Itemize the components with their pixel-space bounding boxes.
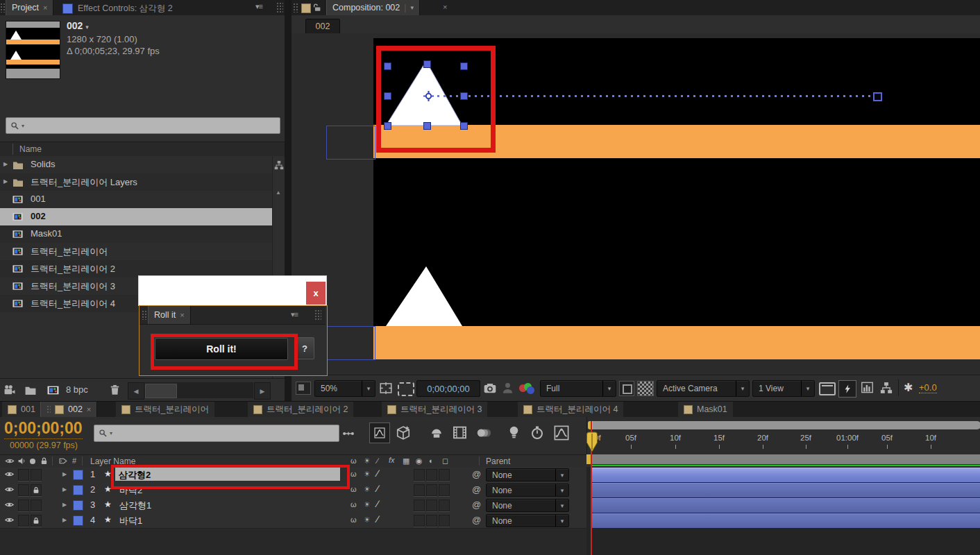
triangle-shape-bottom[interactable] [380,264,468,327]
switch-cell[interactable] [426,515,437,527]
switch-cell[interactable] [414,484,425,496]
eye-icon[interactable] [4,500,15,509]
expand-arrow-icon[interactable]: ▶ [3,178,8,185]
new-folder-icon[interactable] [24,384,37,396]
motion-blur-icon[interactable] [476,426,491,440]
layer-bar[interactable] [592,498,980,513]
layer-name[interactable]: 삼각형1 [119,500,151,512]
timeline-tab-t4[interactable]: 트랙터_분리레이어 4 [518,402,623,417]
timeline-frames-display[interactable]: 00000 (29.97 fps) [10,441,78,450]
fx-switch-header-icon[interactable]: fx [389,456,395,464]
tab-rollit[interactable]: Roll it × [148,306,191,324]
shy-switch-header-icon[interactable]: ω [350,456,357,465]
audio-column-speaker-icon[interactable] [17,456,26,466]
collapse-switch-header-icon[interactable]: ☀ [364,456,371,466]
scroll-up-icon[interactable]: ▲ [276,189,281,196]
motion-path-endpoint[interactable] [873,92,882,101]
exposure-value[interactable]: +0.0 [919,382,937,393]
always-preview-icon[interactable] [296,382,311,395]
parent-dropdown[interactable]: None▾ [486,484,569,497]
panel-menu-icon[interactable]: ▾≡ [255,2,262,11]
audio-toggle-cell[interactable] [18,500,29,511]
parent-column-header[interactable]: Parent [486,456,510,466]
parent-dropdown[interactable]: None▾ [486,468,569,481]
list-item[interactable]: Mask01 [0,225,272,243]
shy-toggle[interactable]: ω [350,515,357,524]
flowchart-icon[interactable] [274,160,284,170]
timeline-tab-002[interactable]: 002 × [40,402,97,417]
frame-blend-header-icon[interactable]: ▦ [403,456,409,466]
safe-zones-icon[interactable] [379,382,393,395]
audio-toggle-cell[interactable] [18,469,29,481]
draft-3d-icon[interactable] [396,425,411,441]
list-item[interactable]: 트랙터_분리레이어 2 [0,260,272,278]
interpret-footage-icon[interactable] [3,384,16,396]
layer-bar-selected[interactable] [592,468,980,482]
tab-effect-controls[interactable]: Effect Controls: 삼각형 2 [78,3,173,15]
region-of-interest-icon[interactable] [398,382,414,396]
layer-bar[interactable] [592,513,980,528]
current-time-indicator-marker[interactable] [586,432,598,453]
unlock-icon[interactable] [312,3,322,12]
layer-color-swatch[interactable] [73,500,83,511]
3d-layer-header-icon[interactable]: ◻ [442,456,448,466]
list-item[interactable]: 트랙터_분리레이어 [0,243,272,260]
panel-grip[interactable] [0,3,5,12]
collapse-toggle[interactable]: ☀ [364,485,371,494]
collapse-toggle[interactable]: ☀ [364,515,371,524]
chevron-down-icon[interactable]: ▾ [411,4,414,11]
auto-keyframe-stopwatch-icon[interactable] [530,425,544,441]
expand-arrow-icon[interactable]: ▶ [62,502,67,508]
switch-cell[interactable] [439,515,450,527]
brainstorm-bulb-icon[interactable] [507,425,521,441]
timeline-tab-t2[interactable]: 트랙터_분리레이어 2 [248,402,353,417]
checkerboard-icon[interactable] [637,381,654,396]
audio-toggle-cell[interactable] [18,484,29,496]
layer-bar[interactable] [592,483,980,497]
timeline-search-input[interactable]: ▾ [94,425,339,442]
panel-menu-icon[interactable]: ▾≡ [291,310,298,319]
timeline-tab-mask01[interactable]: Mask01 [678,402,733,417]
flowchart-icon[interactable] [880,382,893,394]
tab-project[interactable]: Project × [6,0,53,15]
switch-cell[interactable] [439,469,450,481]
panel-grip[interactable] [314,309,321,321]
lock-column-icon[interactable] [40,456,49,466]
motion-blur-header-icon[interactable]: ◉ [416,456,423,466]
expand-arrow-icon[interactable]: ▶ [62,486,67,493]
eye-icon[interactable] [4,470,15,479]
timeline-ruler[interactable]: :00f 05f 10f 15f 20f 25f 01:00f 05f 10f [586,417,980,454]
chevron-down-icon[interactable]: ▾ [85,24,89,31]
lock-toggle-cell[interactable] [31,515,42,527]
resolution-dropdown[interactable]: Full▾ [540,380,616,397]
graph-editor-icon[interactable] [554,425,569,441]
close-icon[interactable]: × [87,405,91,413]
show-channels-icon[interactable] [519,383,537,394]
time-navigator-bar[interactable] [588,421,980,429]
eye-icon[interactable] [4,485,15,494]
video-column-eye-icon[interactable] [5,456,15,466]
switch-cell[interactable] [439,500,450,511]
rollit-close-button[interactable]: x [306,282,326,305]
trash-icon[interactable] [109,384,121,396]
mini-flowchart-icon[interactable] [340,427,357,440]
parent-dropdown[interactable]: None▾ [486,514,569,527]
parent-pickwhip-icon[interactable]: @ [472,469,481,479]
layer-color-swatch[interactable] [73,515,83,526]
switch-cell[interactable] [426,500,437,511]
shy-toggle[interactable]: ω [350,500,357,509]
scroll-left-button[interactable]: ◀ [128,382,144,400]
shy-toggle[interactable]: ω [350,485,357,493]
lock-toggle-cell[interactable] [31,469,42,481]
magnification-dropdown[interactable]: 50%▾ [314,380,375,397]
live-update-icon[interactable] [369,422,390,443]
work-area-bar[interactable] [586,454,980,464]
camera-view-dropdown[interactable]: Active Camera▾ [657,380,750,397]
current-time-display[interactable]: 0;00;00;00 [416,380,480,397]
timeline-tab-t3[interactable]: 트랙터_분리레이어 3 [382,402,487,417]
exposure-shutter-icon[interactable]: ✱ [904,381,913,394]
quality-toggle[interactable]: ∕ [377,483,378,494]
expand-arrow-icon[interactable]: ▶ [62,471,67,477]
layer-name[interactable]: 바닥1 [119,515,142,527]
list-item[interactable]: ▶ 트랙터_분리레이어 Layers [0,173,272,191]
